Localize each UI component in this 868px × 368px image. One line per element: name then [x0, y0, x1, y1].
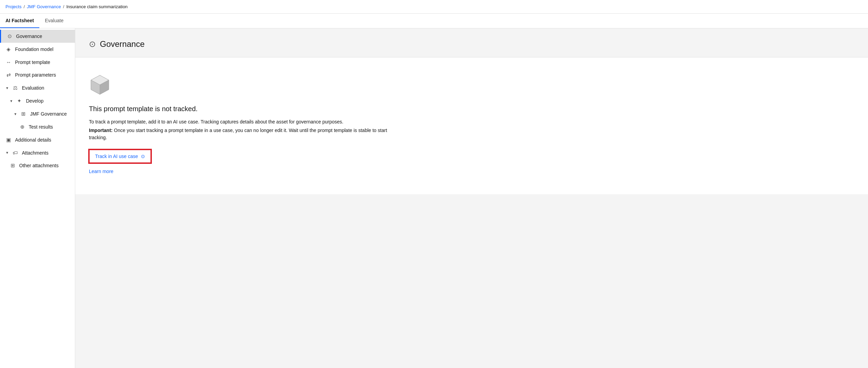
- breadcrumb: Projects / JMF Governance / Insurance cl…: [0, 0, 868, 14]
- develop-icon: ✦: [16, 98, 23, 104]
- sidebar-item-attachments[interactable]: ▼ 🏷 Attachments: [0, 146, 75, 159]
- governance-section-title: Governance: [100, 39, 145, 49]
- jmf-icon: ⊞: [21, 111, 27, 117]
- breadcrumb-sep-1: /: [24, 4, 25, 9]
- evaluation-toggle-icon: ▼: [5, 86, 9, 90]
- breadcrumb-projects[interactable]: Projects: [5, 4, 22, 9]
- sidebar-item-additional-details[interactable]: ▣ Additional details: [0, 133, 75, 146]
- sidebar-label-evaluation: Evaluation: [22, 85, 44, 91]
- jmf-toggle-icon: ▼: [14, 112, 17, 116]
- sidebar-item-evaluation[interactable]: ▼ ⚖ Evaluation: [0, 81, 75, 94]
- sidebar-label-test-results: Test results: [29, 124, 53, 130]
- track-button-wrapper: Track in AI use case ⊙: [89, 149, 854, 163]
- important-label: Important:: [89, 128, 113, 133]
- sidebar: ⊙ Governance ◈ Foundation model ↔ Prompt…: [0, 28, 75, 368]
- additional-details-icon: ▣: [5, 137, 12, 143]
- develop-toggle-icon: ▼: [10, 99, 13, 103]
- not-tracked-title: This prompt template is not tracked.: [89, 105, 854, 113]
- main-content-area: ⊙ Governance This prompt template is not…: [75, 28, 868, 368]
- sidebar-item-foundation-model[interactable]: ◈ Foundation model: [0, 43, 75, 56]
- other-attachments-icon: ⊞: [10, 162, 16, 169]
- prompt-template-icon: ↔: [5, 59, 12, 65]
- sidebar-item-test-results[interactable]: ⊕ Test results: [0, 120, 75, 133]
- breadcrumb-sep-2: /: [63, 4, 64, 9]
- sidebar-label-prompt-parameters: Prompt parameters: [15, 72, 56, 78]
- sidebar-label-jmf-governance: JMF Governance: [30, 111, 67, 117]
- sidebar-label-prompt-template: Prompt template: [15, 60, 50, 65]
- sidebar-label-foundation-model: Foundation model: [15, 47, 53, 52]
- description-line2-rest: Once you start tracking a prompt templat…: [89, 128, 387, 140]
- sidebar-label-governance: Governance: [16, 34, 42, 39]
- attachments-icon: 🏷: [12, 150, 18, 156]
- cube-illustration: [89, 74, 854, 105]
- sidebar-item-other-attachments[interactable]: ⊞ Other attachments: [0, 159, 75, 172]
- tab-evaluate[interactable]: Evaluate: [39, 14, 69, 28]
- sidebar-item-develop[interactable]: ▼ ✦ Develop: [0, 94, 75, 107]
- description-line1: To track a prompt template, add it to an…: [89, 118, 397, 126]
- test-results-icon: ⊕: [19, 124, 25, 130]
- main-layout: ⊙ Governance ◈ Foundation model ↔ Prompt…: [0, 28, 868, 368]
- description-line2: Important: Once you start tracking a pro…: [89, 127, 397, 141]
- evaluation-icon: ⚖: [12, 85, 18, 91]
- learn-more-link[interactable]: Learn more: [89, 169, 114, 174]
- sidebar-item-governance[interactable]: ⊙ Governance: [0, 30, 75, 43]
- sidebar-label-other-attachments: Other attachments: [19, 163, 58, 168]
- breadcrumb-jmf[interactable]: JMF Governance: [27, 4, 61, 9]
- foundation-model-icon: ◈: [5, 46, 12, 52]
- governance-icon: ⊙: [6, 33, 13, 39]
- prompt-parameters-icon: ⇄: [5, 72, 12, 78]
- sidebar-label-attachments: Attachments: [22, 150, 49, 156]
- sidebar-item-jmf-governance[interactable]: ▼ ⊞ JMF Governance: [0, 107, 75, 120]
- governance-section-header: ⊙ Governance: [75, 28, 868, 57]
- tab-bar: AI Factsheet Evaluate: [0, 14, 868, 28]
- track-button-label: Track in AI use case: [95, 154, 138, 159]
- tab-ai-factsheet[interactable]: AI Factsheet: [0, 14, 39, 28]
- sidebar-label-develop: Develop: [26, 98, 43, 104]
- breadcrumb-current: Insurance claim summarization: [66, 4, 128, 9]
- content-card: This prompt template is not tracked. To …: [75, 57, 868, 194]
- track-in-ai-use-case-button[interactable]: Track in AI use case ⊙: [89, 149, 151, 163]
- attachments-toggle-icon: ▼: [5, 151, 9, 155]
- sidebar-label-additional-details: Additional details: [15, 137, 51, 143]
- sidebar-item-prompt-parameters[interactable]: ⇄ Prompt parameters: [0, 68, 75, 81]
- sidebar-item-prompt-template[interactable]: ↔ Prompt template: [0, 56, 75, 68]
- governance-section-icon: ⊙: [89, 39, 96, 49]
- track-button-icon: ⊙: [141, 154, 145, 159]
